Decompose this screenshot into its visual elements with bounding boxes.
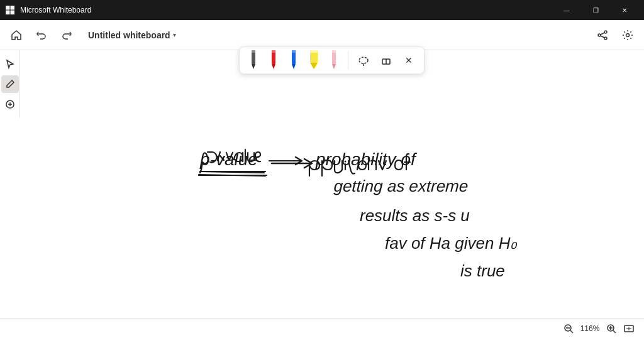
select-tool-button[interactable] bbox=[1, 55, 19, 73]
minimize-button[interactable]: — bbox=[552, 0, 581, 20]
svg-marker-30 bbox=[272, 64, 275, 69]
zoom-level-label: 116% bbox=[579, 324, 601, 333]
svg-marker-27 bbox=[252, 64, 255, 69]
svg-line-46 bbox=[570, 330, 573, 333]
pink-pen-icon bbox=[328, 49, 340, 70]
close-button[interactable]: ✕ bbox=[610, 0, 639, 20]
blue-pen-icon bbox=[288, 49, 299, 70]
svg-text:fav  of  Ha  given  H₀: fav of Ha given H₀ bbox=[385, 234, 518, 253]
lasso-icon bbox=[358, 55, 369, 66]
black-pen-button[interactable] bbox=[246, 50, 261, 70]
eraser-button[interactable] bbox=[377, 52, 395, 69]
svg-text:results  as  s-s  u: results as s-s u bbox=[360, 206, 470, 225]
share-icon bbox=[597, 30, 608, 41]
redo-icon bbox=[62, 30, 72, 40]
home-icon bbox=[11, 30, 22, 41]
appbar: Untitled whiteboard ▾ bbox=[0, 20, 644, 50]
titlebar: Microsoft Whiteboard — ❐ ✕ bbox=[0, 0, 644, 20]
svg-point-4 bbox=[604, 31, 607, 33]
pink-pen-button[interactable] bbox=[326, 50, 341, 70]
svg-rect-28 bbox=[252, 50, 255, 53]
lasso-select-button[interactable] bbox=[355, 52, 372, 69]
svg-point-6 bbox=[598, 34, 601, 36]
share-button[interactable] bbox=[591, 24, 614, 46]
svg-line-50 bbox=[613, 330, 616, 333]
fit-screen-icon bbox=[623, 323, 635, 334]
pen-toolbar: ✕ bbox=[239, 46, 425, 74]
svg-rect-31 bbox=[272, 50, 275, 53]
titlebar-left: Microsoft Whiteboard bbox=[5, 5, 91, 15]
left-toolbar bbox=[0, 50, 20, 118]
canvas-area[interactable]: getting as extreme results as s-s u fav … bbox=[20, 50, 644, 318]
svg-rect-37 bbox=[310, 50, 318, 53]
svg-text:is  true: is true bbox=[460, 261, 505, 280]
redo-button[interactable] bbox=[55, 24, 78, 46]
svg-point-9 bbox=[626, 33, 630, 36]
home-button[interactable] bbox=[5, 24, 28, 46]
add-icon bbox=[5, 99, 15, 109]
svg-text:getting  as  extreme: getting as extreme bbox=[333, 177, 469, 195]
fit-to-screen-button[interactable] bbox=[621, 321, 636, 336]
blue-pen-button[interactable] bbox=[286, 50, 301, 70]
windows-icon bbox=[5, 5, 15, 15]
settings-button[interactable] bbox=[616, 24, 639, 46]
svg-point-5 bbox=[604, 37, 607, 40]
yellow-highlighter-icon bbox=[307, 49, 321, 70]
settings-icon bbox=[622, 30, 633, 41]
svg-rect-1 bbox=[11, 6, 15, 10]
zoom-out-button[interactable] bbox=[561, 321, 576, 336]
zoom-out-icon bbox=[564, 324, 574, 334]
black-pen-icon bbox=[248, 49, 259, 70]
red-pen-button[interactable] bbox=[266, 50, 281, 70]
pen-icon bbox=[5, 79, 15, 89]
zoom-in-button[interactable] bbox=[604, 321, 619, 336]
yellow-highlighter-button[interactable] bbox=[306, 50, 321, 70]
svg-marker-39 bbox=[332, 64, 336, 69]
close-pen-toolbar-button[interactable]: ✕ bbox=[400, 52, 418, 69]
svg-rect-2 bbox=[6, 11, 10, 15]
zoom-in-icon bbox=[606, 324, 616, 334]
svg-line-7 bbox=[601, 33, 604, 35]
appbar-right bbox=[591, 24, 639, 46]
whiteboard-title-area[interactable]: Untitled whiteboard ▾ bbox=[83, 28, 181, 43]
statusbar: 116% bbox=[0, 318, 644, 338]
svg-line-8 bbox=[601, 36, 604, 38]
chevron-down-icon: ▾ bbox=[173, 31, 176, 38]
add-tool-button[interactable] bbox=[1, 95, 19, 113]
undo-icon bbox=[36, 30, 47, 40]
svg-rect-3 bbox=[11, 11, 15, 15]
eraser-icon bbox=[380, 55, 392, 66]
svg-rect-34 bbox=[292, 50, 296, 53]
window-controls: — ❐ ✕ bbox=[552, 0, 639, 20]
restore-button[interactable]: ❐ bbox=[581, 0, 610, 20]
pvalue-label: p-value bbox=[199, 150, 258, 169]
undo-button[interactable] bbox=[30, 24, 53, 46]
svg-point-41 bbox=[359, 57, 368, 63]
close-icon: ✕ bbox=[405, 55, 413, 65]
select-icon bbox=[5, 59, 15, 69]
red-pen-icon bbox=[268, 49, 279, 70]
whiteboard-title: Untitled whiteboard bbox=[88, 30, 170, 40]
pen-toolbar-divider bbox=[348, 52, 348, 69]
writing-canvas: getting as extreme results as s-s u fav … bbox=[20, 50, 644, 318]
svg-text:probability  of: probability of bbox=[315, 150, 418, 169]
pen-tool-button[interactable] bbox=[1, 75, 19, 93]
svg-rect-40 bbox=[332, 50, 336, 53]
svg-marker-36 bbox=[310, 63, 318, 69]
svg-rect-0 bbox=[6, 6, 10, 10]
svg-marker-33 bbox=[292, 64, 296, 69]
app-title: Microsoft Whiteboard bbox=[20, 6, 91, 14]
